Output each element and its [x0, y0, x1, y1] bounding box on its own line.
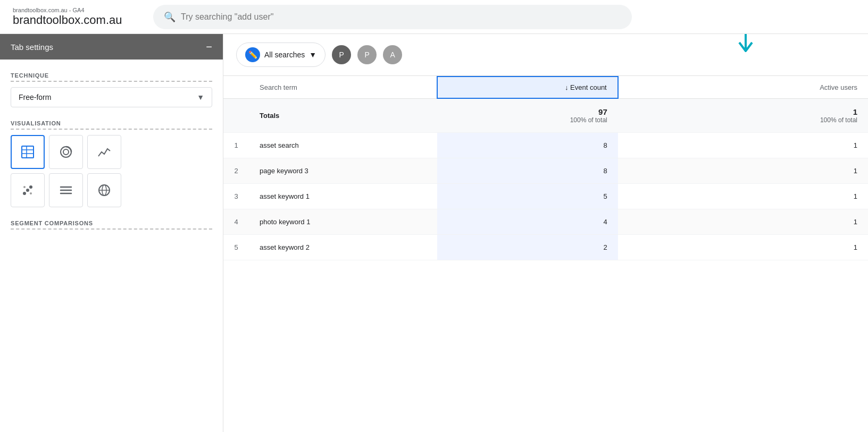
- svg-point-6: [23, 192, 26, 195]
- totals-label: Totals: [249, 98, 437, 133]
- svg-rect-0: [22, 146, 34, 158]
- totals-active-users: 1 100% of total: [618, 98, 868, 133]
- technique-value: Free-form: [19, 93, 51, 101]
- pencil-icon: ✏️: [245, 47, 260, 62]
- sort-arrow-indicator: [735, 34, 756, 53]
- row-rank: 4: [223, 209, 249, 235]
- event-count-col-header[interactable]: ↓ Event count: [437, 77, 618, 98]
- row-active-users: 1: [618, 158, 868, 184]
- main-layout: Tab settings − TECHNIQUE Free-form ▼ VIS…: [0, 34, 868, 432]
- visualisation-label: VISUALISATION: [11, 120, 212, 130]
- vis-geo-button[interactable]: [87, 173, 121, 207]
- table-row: 1 asset search 8 1: [223, 133, 868, 158]
- table-row: 2 page keyword 3 8 1: [223, 158, 868, 184]
- row-rank: 2: [223, 158, 249, 184]
- toolbar-row: ✏️ All searches ▼ P P A: [223, 34, 868, 76]
- row-event-count: 2: [437, 235, 618, 260]
- totals-row: Totals 97 100% of total 1 100% of total: [223, 98, 868, 133]
- row-event-count: 8: [437, 133, 618, 158]
- sidebar-header: Tab settings −: [0, 34, 223, 60]
- svg-point-8: [29, 185, 32, 189]
- table-header-row: Search term ↓ Event count Active users: [223, 77, 868, 98]
- svg-point-10: [30, 192, 32, 194]
- segment-comparisons-label: SEGMENT COMPARISONS: [11, 220, 212, 230]
- avatar-a[interactable]: A: [383, 45, 402, 64]
- vis-line-button[interactable]: [87, 135, 121, 169]
- row-term: asset keyword 1: [249, 184, 437, 209]
- sidebar-body: TECHNIQUE Free-form ▼ VISUALISATION: [0, 60, 223, 242]
- data-table: Search term ↓ Event count Active users T…: [223, 76, 868, 260]
- rank-col-header: [223, 77, 249, 98]
- vis-bar-button[interactable]: [49, 173, 83, 207]
- visualisation-grid: [11, 135, 212, 207]
- table-row: 4 photo keyword 1 4 1: [223, 209, 868, 235]
- row-rank: 1: [223, 133, 249, 158]
- row-event-count: 8: [437, 158, 618, 184]
- svg-point-5: [63, 149, 69, 155]
- technique-dropdown[interactable]: Free-form ▼: [11, 87, 212, 107]
- row-term: asset search: [249, 133, 437, 158]
- top-bar: brandtoolbox.com.au - GA4 brandtoolbox.c…: [0, 0, 868, 34]
- top-bar-branding: brandtoolbox.com.au - GA4 brandtoolbox.c…: [13, 7, 140, 27]
- account-subtitle: brandtoolbox.com.au - GA4: [13, 7, 140, 13]
- row-term: photo keyword 1: [249, 209, 437, 235]
- account-title: brandtoolbox.com.au: [13, 13, 140, 27]
- all-searches-button[interactable]: ✏️ All searches ▼: [236, 43, 326, 67]
- sidebar: Tab settings − TECHNIQUE Free-form ▼ VIS…: [0, 34, 223, 432]
- tab-settings-label: Tab settings: [11, 43, 53, 52]
- row-event-count: 4: [437, 209, 618, 235]
- svg-point-7: [26, 189, 29, 192]
- svg-point-9: [23, 186, 26, 188]
- data-table-wrapper: Search term ↓ Event count Active users T…: [223, 76, 868, 432]
- row-rank: 5: [223, 235, 249, 260]
- all-searches-label: All searches: [264, 50, 305, 59]
- main-content: ✏️ All searches ▼ P P A: [223, 34, 868, 432]
- segment-comparisons-section: SEGMENT COMPARISONS: [11, 220, 212, 230]
- search-icon: 🔍: [164, 11, 176, 23]
- vis-scatter-button[interactable]: [11, 173, 45, 207]
- row-active-users: 1: [618, 209, 868, 235]
- table-row: 5 asset keyword 2 2 1: [223, 235, 868, 260]
- avatar-p1[interactable]: P: [332, 45, 351, 64]
- global-search-bar[interactable]: 🔍: [153, 5, 632, 29]
- chevron-down-icon: ▼: [197, 93, 204, 101]
- vis-table-button[interactable]: [11, 135, 45, 169]
- avatar-p2[interactable]: P: [357, 45, 377, 64]
- row-rank: 3: [223, 184, 249, 209]
- active-users-col-header[interactable]: Active users: [618, 77, 868, 98]
- totals-rank: [223, 98, 249, 133]
- row-term: asset keyword 2: [249, 235, 437, 260]
- collapse-button[interactable]: −: [206, 41, 212, 52]
- row-active-users: 1: [618, 235, 868, 260]
- technique-section: TECHNIQUE Free-form ▼: [11, 72, 212, 107]
- row-event-count: 5: [437, 184, 618, 209]
- row-term: page keyword 3: [249, 158, 437, 184]
- dropdown-arrow-icon: ▼: [309, 50, 316, 59]
- search-input[interactable]: [181, 12, 621, 22]
- row-active-users: 1: [618, 184, 868, 209]
- vis-donut-button[interactable]: [49, 135, 83, 169]
- row-active-users: 1: [618, 133, 868, 158]
- table-row: 3 asset keyword 1 5 1: [223, 184, 868, 209]
- down-arrow-icon: [735, 34, 756, 53]
- search-term-col-header[interactable]: Search term: [249, 77, 437, 98]
- totals-event-count: 97 100% of total: [437, 98, 618, 133]
- technique-label: TECHNIQUE: [11, 72, 212, 82]
- visualisation-section: VISUALISATION: [11, 120, 212, 207]
